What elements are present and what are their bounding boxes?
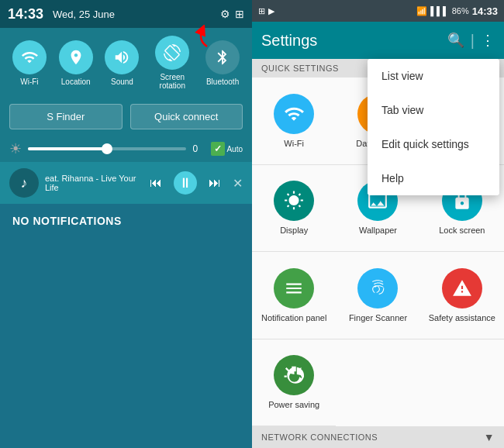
music-album-icon: ♪ bbox=[9, 168, 39, 198]
brightness-row: ☀ 0 ✓ Auto bbox=[0, 136, 252, 162]
notification-panel-settings-icon bbox=[274, 268, 314, 308]
settings-item-finger-scanner[interactable]: Finger Scanner bbox=[336, 252, 419, 339]
no-notifications-label: NO NOTIFICATIONS bbox=[0, 204, 252, 448]
left-date: Wed, 25 June bbox=[53, 9, 115, 20]
brightness-slider[interactable] bbox=[28, 147, 186, 150]
settings-item-safety-assistance[interactable]: Safety assistance bbox=[420, 252, 504, 339]
expand-arrow-icon[interactable]: ▼ bbox=[484, 431, 495, 443]
right-network-icons: 📶 ▌▌▌ 86% 14:33 bbox=[416, 5, 498, 17]
auto-brightness-check[interactable]: ✓ Auto bbox=[211, 142, 243, 156]
brightness-value: 0 bbox=[192, 143, 205, 154]
toggle-wifi[interactable]: Wi-Fi bbox=[12, 40, 47, 86]
red-arrow bbox=[190, 25, 212, 51]
settings-item-power-saving[interactable]: Power saving bbox=[252, 339, 336, 427]
location-icon-circle bbox=[59, 40, 93, 74]
display-settings-icon bbox=[274, 181, 314, 221]
right-status-bar: ⊞ ▶ 📶 ▌▌▌ 86% 14:33 bbox=[252, 0, 504, 22]
right-panel: ⊞ ▶ 📶 ▌▌▌ 86% 14:33 Settings 🔍 | ⋮ QUICK… bbox=[252, 0, 504, 448]
brightness-fill bbox=[28, 147, 107, 150]
settings-item-display[interactable]: Display bbox=[252, 165, 336, 253]
left-status-icons: ⚙ ⊞ bbox=[220, 8, 244, 20]
dropdown-menu: List view Tab view Edit quick settings H… bbox=[368, 59, 499, 195]
settings-item-wifi[interactable]: Wi-Fi bbox=[252, 78, 336, 165]
safety-assistance-settings-label: Safety assistance bbox=[429, 313, 495, 322]
power-saving-settings-icon bbox=[274, 355, 314, 395]
lock-screen-settings-label: Lock screen bbox=[439, 226, 485, 235]
wifi-icon-circle bbox=[12, 40, 47, 74]
media-track-text: eat. Rihanna - Live Your Life bbox=[45, 174, 138, 192]
right-battery-icon: 86% bbox=[452, 6, 469, 16]
right-media-icons: ⊞ ▶ bbox=[258, 6, 274, 16]
right-play-icon: ▶ bbox=[268, 6, 274, 16]
right-grid-icon: ⊞ bbox=[258, 6, 265, 16]
toggle-sound[interactable]: Sound bbox=[105, 40, 139, 86]
dropdown-help[interactable]: Help bbox=[368, 161, 499, 195]
notification-panel-settings-label: Notification panel bbox=[261, 313, 326, 322]
sound-icon-circle bbox=[105, 40, 139, 74]
safety-assistance-settings-icon bbox=[442, 268, 482, 308]
media-next-button[interactable]: ⏭ bbox=[203, 171, 226, 195]
search-icon[interactable]: 🔍 bbox=[447, 32, 464, 49]
settings-header: Settings 🔍 | ⋮ bbox=[252, 22, 504, 59]
wallpaper-settings-label: Wallpaper bbox=[359, 226, 397, 235]
brightness-thumb bbox=[102, 143, 112, 154]
wifi-toggle-label: Wi-Fi bbox=[20, 78, 38, 86]
quick-buttons-row: S Finder Quick connect bbox=[0, 98, 252, 136]
dropdown-list-view[interactable]: List view bbox=[368, 59, 499, 93]
left-panel: 14:33 Wed, 25 June ⚙ ⊞ bbox=[0, 0, 252, 448]
header-divider: | bbox=[471, 32, 475, 50]
sound-toggle-label: Sound bbox=[111, 78, 133, 86]
screen-rotation-icon-circle bbox=[155, 36, 189, 70]
toggle-location[interactable]: Location bbox=[59, 40, 93, 86]
network-connections-text: NETWORK CONNECTIONS bbox=[261, 432, 378, 442]
auto-label: Auto bbox=[226, 145, 243, 153]
left-time: 14:33 bbox=[8, 6, 43, 22]
wifi-settings-label: Wi-Fi bbox=[284, 139, 304, 148]
settings-title: Settings bbox=[261, 32, 317, 50]
media-player: ♪ eat. Rihanna - Live Your Life ⏮ ⏸ ⏭ ✕ bbox=[0, 162, 252, 204]
dropdown-tab-view[interactable]: Tab view bbox=[368, 93, 499, 127]
power-saving-settings-label: Power saving bbox=[268, 400, 319, 409]
more-options-icon[interactable]: ⋮ bbox=[481, 32, 495, 49]
quick-connect-button[interactable]: Quick connect bbox=[130, 104, 243, 129]
location-toggle-label: Location bbox=[61, 78, 91, 86]
network-connections-label: NETWORK CONNECTIONS ▼ bbox=[252, 426, 504, 448]
screen-rotation-toggle-label: Screen rotation bbox=[151, 73, 193, 90]
dropdown-edit-quick-settings[interactable]: Edit quick settings bbox=[368, 127, 499, 161]
right-signal-icon: ▌▌▌ bbox=[430, 6, 448, 16]
check-box-icon: ✓ bbox=[211, 142, 225, 156]
quick-toggles: Wi-Fi Location Sound Sc bbox=[0, 28, 252, 98]
media-play-button[interactable]: ⏸ bbox=[174, 171, 197, 195]
brightness-icon: ☀ bbox=[9, 140, 22, 157]
media-controls: eat. Rihanna - Live Your Life bbox=[45, 174, 138, 192]
settings-item-notification-panel[interactable]: Notification panel bbox=[252, 252, 336, 339]
bluetooth-toggle-label: Bluetooth bbox=[206, 78, 239, 86]
finger-scanner-settings-label: Finger Scanner bbox=[349, 313, 407, 322]
media-prev-button[interactable]: ⏮ bbox=[144, 171, 167, 195]
header-action-icons: 🔍 | ⋮ bbox=[447, 32, 495, 50]
display-settings-label: Display bbox=[280, 226, 308, 235]
media-close-button[interactable]: ✕ bbox=[233, 176, 243, 191]
grid-icon[interactable]: ⊞ bbox=[235, 8, 244, 20]
right-wifi-icon: 📶 bbox=[416, 6, 427, 16]
left-status-bar: 14:33 Wed, 25 June ⚙ ⊞ bbox=[0, 0, 252, 28]
wifi-settings-icon bbox=[274, 94, 314, 134]
right-time: 14:33 bbox=[472, 5, 498, 17]
s-finder-button[interactable]: S Finder bbox=[9, 104, 123, 129]
settings-gear-icon[interactable]: ⚙ bbox=[220, 8, 230, 20]
finger-scanner-settings-icon bbox=[357, 268, 398, 308]
toggle-screen-rotation[interactable]: Screen rotation bbox=[151, 36, 193, 90]
